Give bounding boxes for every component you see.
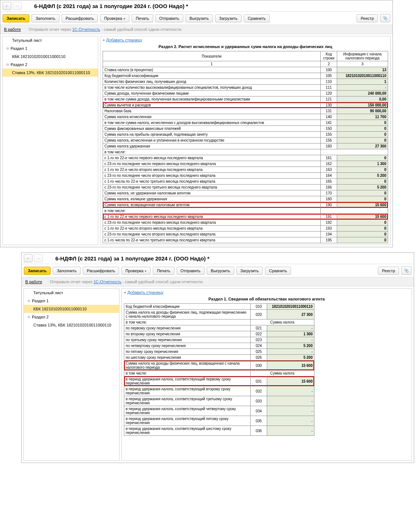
row-value[interactable]: 0 <box>337 196 388 202</box>
load-button[interactable]: Загрузить <box>236 267 263 275</box>
row-value[interactable]: - <box>267 349 314 355</box>
row-value[interactable]: 0 <box>337 155 388 161</box>
table-row: с 23-го по последнее число первого месяц… <box>103 161 388 167</box>
row-value[interactable]: 0 <box>337 120 388 126</box>
status-link[interactable]: В работе <box>4 27 21 32</box>
fill-button[interactable]: Заполнить <box>53 267 81 275</box>
row-value[interactable]: 5 200 <box>337 185 388 190</box>
row-value[interactable]: 5 200 <box>337 173 388 179</box>
row-value[interactable]: 240 000,00 <box>337 91 388 96</box>
row-value[interactable]: - <box>267 416 314 426</box>
send-button[interactable]: Отправить <box>155 14 184 22</box>
nav-section1-kbk[interactable]: КБК 18210102010011000110 <box>24 305 119 313</box>
row-value[interactable]: 13 <box>337 67 388 73</box>
back-button[interactable]: ← <box>3 2 11 10</box>
row-value[interactable]: 15 600 <box>267 376 314 386</box>
row-value[interactable]: 15 600 <box>337 202 388 208</box>
row-value[interactable]: 5 200 <box>267 343 314 349</box>
row-value[interactable]: 1 300 <box>337 161 388 167</box>
send-button[interactable]: Отправить <box>177 267 205 275</box>
compare-button[interactable]: Сравнить <box>265 267 291 275</box>
decode-button[interactable]: Расшифровать <box>83 267 119 275</box>
table-row: с 1-го числа по 22-е число третьего меся… <box>103 237 388 243</box>
row-value[interactable]: 15 600 <box>267 361 314 371</box>
compare-button[interactable]: Сравнить <box>244 14 270 22</box>
row-value[interactable]: - <box>267 325 314 331</box>
nav-section2-rate[interactable]: Ставка 13%, КБК 18210102010011000110 <box>24 321 119 329</box>
table-row: Сумма налога, возвращенная налоговым аге… <box>103 202 388 208</box>
row-label: по первому сроку перечисления <box>124 325 251 331</box>
reporting-link[interactable]: 1С-Отчетность <box>72 27 100 32</box>
unload-button[interactable]: Выгрузить <box>207 267 234 275</box>
row-value[interactable]: 90 000,00 <box>337 108 388 114</box>
row-value[interactable]: 11 700 <box>337 114 388 120</box>
nav-title-page[interactable]: Титульный лист <box>24 289 119 297</box>
status-link[interactable]: В работе <box>25 280 42 284</box>
row-value[interactable]: 0 <box>337 179 388 185</box>
nav-section1[interactable]: ⊖Раздел 1 <box>3 44 98 52</box>
row-value[interactable]: - <box>337 85 388 91</box>
attach-button[interactable]: 📎 <box>380 14 390 22</box>
add-page-link[interactable]: + Добавить страницу <box>103 38 388 42</box>
row-value[interactable]: 0 <box>337 226 388 231</box>
row-code: 120 <box>321 91 337 96</box>
add-page-link[interactable]: + Добавить страницу <box>124 290 409 295</box>
row-value[interactable]: 18210102010011000110 <box>337 73 388 79</box>
row-label: в период удержания налога, соответствующ… <box>124 406 251 416</box>
row-value[interactable]: - <box>267 337 314 343</box>
unload-button[interactable]: Выгрузить <box>185 14 213 22</box>
row-value[interactable]: - <box>267 386 314 396</box>
row-value[interactable]: 0 <box>337 167 388 173</box>
row-value[interactable]: 0 <box>337 132 388 138</box>
registry-button[interactable]: Реестр <box>357 14 378 22</box>
reporting-link[interactable]: 1С-Отчетность <box>93 280 121 284</box>
forward-button[interactable]: → <box>13 2 22 10</box>
print-button[interactable]: Печать <box>153 267 174 275</box>
nav-title-page[interactable]: Титульный лист <box>3 36 98 44</box>
row-label: с 23-го по последнее число второго месяц… <box>103 173 321 179</box>
row-label: с 1-го по 22-е число первого месяца посл… <box>103 214 321 220</box>
row-value[interactable]: 5 200 <box>267 355 314 361</box>
nav-section1[interactable]: ⊖Раздел 1 <box>24 297 119 305</box>
row-label: с 23-го по последнее число первого месяц… <box>103 220 321 226</box>
row-value[interactable]: 27 300 <box>337 143 388 149</box>
row-value[interactable]: - <box>267 426 314 436</box>
toolbar: Записать Заполнить Расшифровать Проверка… <box>0 12 393 25</box>
decode-button[interactable]: Расшифровать <box>62 14 98 22</box>
table-row: в том числе:Сумма налога <box>124 371 314 376</box>
row-value[interactable]: 27 300 <box>267 310 314 320</box>
attach-button[interactable]: 📎 <box>401 266 412 275</box>
row-label: Ставка налога (в процентах) <box>103 67 321 73</box>
row-value[interactable]: 0 <box>337 126 388 132</box>
row-value[interactable]: 0 <box>337 190 388 196</box>
row-value[interactable]: 0 <box>337 220 388 226</box>
row-value[interactable]: 15 600 <box>337 214 388 220</box>
row-value[interactable]: 1 300 <box>267 331 314 337</box>
col-info: Информация с начала налогового периода <box>337 51 388 61</box>
check-button[interactable]: Проверка▾ <box>100 14 129 22</box>
fill-button[interactable]: Заполнить <box>32 14 59 22</box>
forward-button[interactable]: → <box>34 254 43 262</box>
row-value[interactable]: 0,00 <box>337 96 388 102</box>
registry-button[interactable]: Реестр <box>378 267 399 275</box>
table-row: Ставка налога (в процентах)10013 <box>103 67 388 73</box>
nav-section1-kbk[interactable]: КБК 18210102010011000110 <box>3 52 98 61</box>
row-value[interactable]: 0 <box>337 231 388 237</box>
check-button[interactable]: Проверка▾ <box>121 267 151 275</box>
nav-section2[interactable]: ⊖Раздел 2 <box>24 313 119 321</box>
row-value[interactable]: 18210102010011000110 <box>267 304 314 310</box>
table-row: в том числе количество высококвалифициро… <box>103 85 388 91</box>
back-button[interactable]: ← <box>24 254 33 262</box>
row-value[interactable]: - <box>267 396 314 406</box>
nav-section2[interactable]: ⊖Раздел 2 <box>3 61 98 69</box>
write-button[interactable]: Записать <box>3 14 29 22</box>
row-value[interactable]: 1 <box>337 79 388 85</box>
row-value[interactable]: 150 000,00 <box>337 102 388 108</box>
load-button[interactable]: Загрузить <box>215 14 242 22</box>
nav-section2-rate[interactable]: Ставка 13%, КБК 18210102010011000110 <box>3 69 98 77</box>
row-value[interactable]: 0 <box>337 237 388 243</box>
print-button[interactable]: Печать <box>132 14 153 22</box>
write-button[interactable]: Записать <box>24 267 51 275</box>
row-value[interactable]: 0 <box>337 138 388 143</box>
row-value[interactable]: - <box>267 406 314 416</box>
